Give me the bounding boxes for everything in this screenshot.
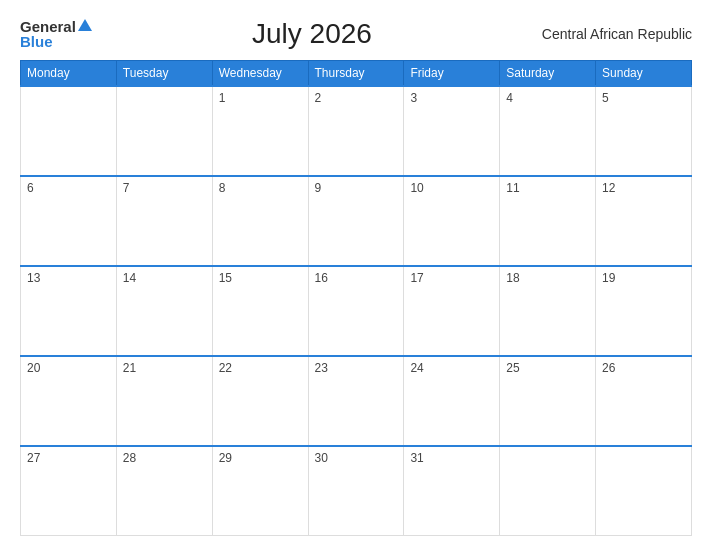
calendar-page: General Blue July 2026 Central African R… <box>0 0 712 550</box>
header-row: Monday Tuesday Wednesday Thursday Friday… <box>21 61 692 87</box>
day-number: 1 <box>219 91 226 105</box>
day-number: 16 <box>315 271 328 285</box>
day-cell: 6 <box>21 176 117 266</box>
day-number: 23 <box>315 361 328 375</box>
day-cell: 12 <box>596 176 692 266</box>
day-number: 9 <box>315 181 322 195</box>
day-number: 11 <box>506 181 519 195</box>
header: General Blue July 2026 Central African R… <box>20 18 692 50</box>
region-label: Central African Republic <box>532 26 692 42</box>
day-cell: 29 <box>212 446 308 536</box>
day-number: 18 <box>506 271 519 285</box>
day-cell: 9 <box>308 176 404 266</box>
day-cell: 23 <box>308 356 404 446</box>
calendar-title: July 2026 <box>92 18 532 50</box>
day-cell: 24 <box>404 356 500 446</box>
day-number: 24 <box>410 361 423 375</box>
day-number: 3 <box>410 91 417 105</box>
col-sunday: Sunday <box>596 61 692 87</box>
day-cell: 2 <box>308 86 404 176</box>
day-number: 27 <box>27 451 40 465</box>
day-number: 2 <box>315 91 322 105</box>
day-cell: 20 <box>21 356 117 446</box>
week-row-2: 6789101112 <box>21 176 692 266</box>
day-number: 17 <box>410 271 423 285</box>
day-cell: 1 <box>212 86 308 176</box>
day-cell: 19 <box>596 266 692 356</box>
week-row-4: 20212223242526 <box>21 356 692 446</box>
day-cell: 15 <box>212 266 308 356</box>
day-cell: 26 <box>596 356 692 446</box>
day-number: 15 <box>219 271 232 285</box>
day-number: 6 <box>27 181 34 195</box>
day-number: 4 <box>506 91 513 105</box>
day-cell: 28 <box>116 446 212 536</box>
week-row-5: 2728293031 <box>21 446 692 536</box>
day-cell <box>500 446 596 536</box>
logo: General Blue <box>20 19 92 49</box>
day-cell: 16 <box>308 266 404 356</box>
day-cell: 10 <box>404 176 500 266</box>
col-wednesday: Wednesday <box>212 61 308 87</box>
day-cell: 18 <box>500 266 596 356</box>
logo-triangle-icon <box>78 19 92 31</box>
col-friday: Friday <box>404 61 500 87</box>
day-cell <box>596 446 692 536</box>
day-cell: 11 <box>500 176 596 266</box>
logo-blue-text: Blue <box>20 34 53 49</box>
col-monday: Monday <box>21 61 117 87</box>
week-row-1: 12345 <box>21 86 692 176</box>
week-row-3: 13141516171819 <box>21 266 692 356</box>
day-cell: 27 <box>21 446 117 536</box>
calendar-table: Monday Tuesday Wednesday Thursday Friday… <box>20 60 692 536</box>
col-saturday: Saturday <box>500 61 596 87</box>
logo-general-text: General <box>20 19 76 34</box>
day-number: 26 <box>602 361 615 375</box>
day-number: 20 <box>27 361 40 375</box>
day-number: 13 <box>27 271 40 285</box>
day-cell: 31 <box>404 446 500 536</box>
day-number: 25 <box>506 361 519 375</box>
day-number: 30 <box>315 451 328 465</box>
day-cell: 30 <box>308 446 404 536</box>
day-number: 31 <box>410 451 423 465</box>
day-cell: 7 <box>116 176 212 266</box>
day-cell: 14 <box>116 266 212 356</box>
day-cell: 17 <box>404 266 500 356</box>
day-number: 5 <box>602 91 609 105</box>
col-thursday: Thursday <box>308 61 404 87</box>
day-cell: 4 <box>500 86 596 176</box>
day-number: 14 <box>123 271 136 285</box>
day-cell: 22 <box>212 356 308 446</box>
day-cell: 13 <box>21 266 117 356</box>
day-cell <box>116 86 212 176</box>
day-cell: 8 <box>212 176 308 266</box>
day-number: 12 <box>602 181 615 195</box>
day-cell: 21 <box>116 356 212 446</box>
day-number: 7 <box>123 181 130 195</box>
day-number: 28 <box>123 451 136 465</box>
day-cell: 25 <box>500 356 596 446</box>
day-number: 8 <box>219 181 226 195</box>
day-number: 22 <box>219 361 232 375</box>
day-number: 29 <box>219 451 232 465</box>
day-cell <box>21 86 117 176</box>
day-number: 10 <box>410 181 423 195</box>
day-number: 21 <box>123 361 136 375</box>
col-tuesday: Tuesday <box>116 61 212 87</box>
day-cell: 3 <box>404 86 500 176</box>
day-cell: 5 <box>596 86 692 176</box>
day-number: 19 <box>602 271 615 285</box>
